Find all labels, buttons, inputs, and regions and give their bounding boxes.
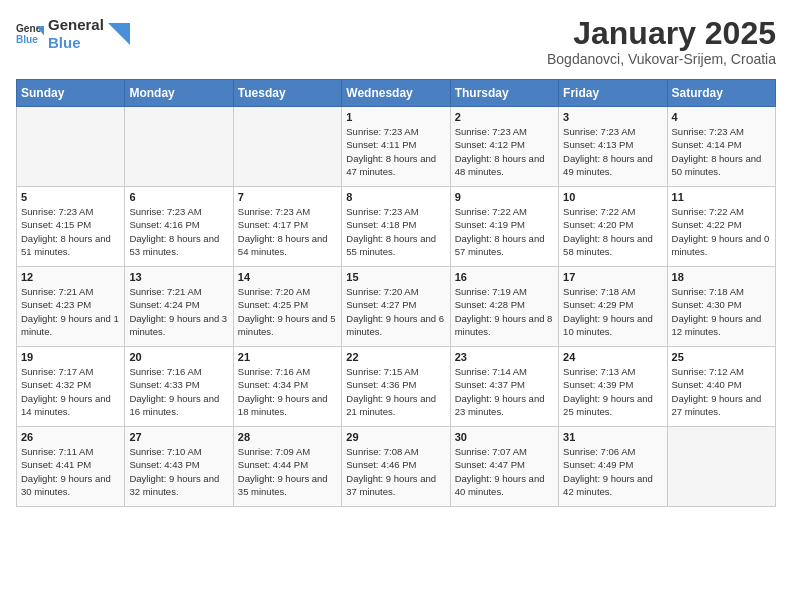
day-info: Sunrise: 7:07 AM Sunset: 4:47 PM Dayligh… (455, 445, 554, 498)
calendar-cell: 22Sunrise: 7:15 AM Sunset: 4:36 PM Dayli… (342, 347, 450, 427)
calendar-cell: 29Sunrise: 7:08 AM Sunset: 4:46 PM Dayli… (342, 427, 450, 507)
day-info: Sunrise: 7:23 AM Sunset: 4:13 PM Dayligh… (563, 125, 662, 178)
day-info: Sunrise: 7:18 AM Sunset: 4:29 PM Dayligh… (563, 285, 662, 338)
day-info: Sunrise: 7:23 AM Sunset: 4:16 PM Dayligh… (129, 205, 228, 258)
calendar-subtitle: Bogdanovci, Vukovar-Srijem, Croatia (547, 51, 776, 67)
day-info: Sunrise: 7:08 AM Sunset: 4:46 PM Dayligh… (346, 445, 445, 498)
day-number: 28 (238, 431, 337, 443)
day-info: Sunrise: 7:23 AM Sunset: 4:12 PM Dayligh… (455, 125, 554, 178)
weekday-header-tuesday: Tuesday (233, 80, 341, 107)
day-number: 27 (129, 431, 228, 443)
day-info: Sunrise: 7:20 AM Sunset: 4:25 PM Dayligh… (238, 285, 337, 338)
weekday-header-saturday: Saturday (667, 80, 775, 107)
day-info: Sunrise: 7:14 AM Sunset: 4:37 PM Dayligh… (455, 365, 554, 418)
day-number: 15 (346, 271, 445, 283)
weekday-header-thursday: Thursday (450, 80, 558, 107)
calendar-cell: 19Sunrise: 7:17 AM Sunset: 4:32 PM Dayli… (17, 347, 125, 427)
day-number: 1 (346, 111, 445, 123)
calendar-cell: 26Sunrise: 7:11 AM Sunset: 4:41 PM Dayli… (17, 427, 125, 507)
weekday-header-friday: Friday (559, 80, 667, 107)
day-number: 14 (238, 271, 337, 283)
logo-general: General (48, 16, 104, 34)
calendar-cell: 14Sunrise: 7:20 AM Sunset: 4:25 PM Dayli… (233, 267, 341, 347)
svg-marker-3 (108, 23, 130, 45)
day-number: 6 (129, 191, 228, 203)
day-number: 23 (455, 351, 554, 363)
calendar-week-5: 26Sunrise: 7:11 AM Sunset: 4:41 PM Dayli… (17, 427, 776, 507)
weekday-header-monday: Monday (125, 80, 233, 107)
day-info: Sunrise: 7:16 AM Sunset: 4:33 PM Dayligh… (129, 365, 228, 418)
calendar-cell: 21Sunrise: 7:16 AM Sunset: 4:34 PM Dayli… (233, 347, 341, 427)
day-number: 17 (563, 271, 662, 283)
calendar-header: SundayMondayTuesdayWednesdayThursdayFrid… (17, 80, 776, 107)
calendar-cell: 27Sunrise: 7:10 AM Sunset: 4:43 PM Dayli… (125, 427, 233, 507)
calendar-cell (233, 107, 341, 187)
day-info: Sunrise: 7:06 AM Sunset: 4:49 PM Dayligh… (563, 445, 662, 498)
calendar-cell: 2Sunrise: 7:23 AM Sunset: 4:12 PM Daylig… (450, 107, 558, 187)
calendar-week-4: 19Sunrise: 7:17 AM Sunset: 4:32 PM Dayli… (17, 347, 776, 427)
calendar-cell: 18Sunrise: 7:18 AM Sunset: 4:30 PM Dayli… (667, 267, 775, 347)
calendar-cell: 13Sunrise: 7:21 AM Sunset: 4:24 PM Dayli… (125, 267, 233, 347)
logo-blue: Blue (48, 34, 104, 52)
day-info: Sunrise: 7:22 AM Sunset: 4:19 PM Dayligh… (455, 205, 554, 258)
calendar-week-1: 1Sunrise: 7:23 AM Sunset: 4:11 PM Daylig… (17, 107, 776, 187)
calendar-cell: 11Sunrise: 7:22 AM Sunset: 4:22 PM Dayli… (667, 187, 775, 267)
weekday-header-sunday: Sunday (17, 80, 125, 107)
day-number: 24 (563, 351, 662, 363)
day-info: Sunrise: 7:21 AM Sunset: 4:23 PM Dayligh… (21, 285, 120, 338)
day-number: 18 (672, 271, 771, 283)
day-info: Sunrise: 7:12 AM Sunset: 4:40 PM Dayligh… (672, 365, 771, 418)
day-info: Sunrise: 7:13 AM Sunset: 4:39 PM Dayligh… (563, 365, 662, 418)
day-number: 21 (238, 351, 337, 363)
day-info: Sunrise: 7:19 AM Sunset: 4:28 PM Dayligh… (455, 285, 554, 338)
day-number: 22 (346, 351, 445, 363)
calendar-body: 1Sunrise: 7:23 AM Sunset: 4:11 PM Daylig… (17, 107, 776, 507)
calendar-cell: 3Sunrise: 7:23 AM Sunset: 4:13 PM Daylig… (559, 107, 667, 187)
day-info: Sunrise: 7:15 AM Sunset: 4:36 PM Dayligh… (346, 365, 445, 418)
weekday-row: SundayMondayTuesdayWednesdayThursdayFrid… (17, 80, 776, 107)
day-number: 10 (563, 191, 662, 203)
calendar-cell (125, 107, 233, 187)
day-info: Sunrise: 7:22 AM Sunset: 4:22 PM Dayligh… (672, 205, 771, 258)
calendar-cell (17, 107, 125, 187)
calendar-cell: 6Sunrise: 7:23 AM Sunset: 4:16 PM Daylig… (125, 187, 233, 267)
calendar-cell: 9Sunrise: 7:22 AM Sunset: 4:19 PM Daylig… (450, 187, 558, 267)
calendar-cell: 16Sunrise: 7:19 AM Sunset: 4:28 PM Dayli… (450, 267, 558, 347)
calendar-cell: 1Sunrise: 7:23 AM Sunset: 4:11 PM Daylig… (342, 107, 450, 187)
calendar-cell: 15Sunrise: 7:20 AM Sunset: 4:27 PM Dayli… (342, 267, 450, 347)
calendar-cell: 24Sunrise: 7:13 AM Sunset: 4:39 PM Dayli… (559, 347, 667, 427)
day-number: 13 (129, 271, 228, 283)
title-block: January 2025 Bogdanovci, Vukovar-Srijem,… (547, 16, 776, 67)
day-info: Sunrise: 7:10 AM Sunset: 4:43 PM Dayligh… (129, 445, 228, 498)
day-info: Sunrise: 7:23 AM Sunset: 4:14 PM Dayligh… (672, 125, 771, 178)
day-number: 19 (21, 351, 120, 363)
day-number: 2 (455, 111, 554, 123)
day-number: 4 (672, 111, 771, 123)
day-info: Sunrise: 7:18 AM Sunset: 4:30 PM Dayligh… (672, 285, 771, 338)
logo-arrow-icon (108, 23, 130, 45)
day-number: 31 (563, 431, 662, 443)
day-number: 8 (346, 191, 445, 203)
calendar-week-2: 5Sunrise: 7:23 AM Sunset: 4:15 PM Daylig… (17, 187, 776, 267)
day-info: Sunrise: 7:09 AM Sunset: 4:44 PM Dayligh… (238, 445, 337, 498)
calendar-cell: 23Sunrise: 7:14 AM Sunset: 4:37 PM Dayli… (450, 347, 558, 427)
day-number: 30 (455, 431, 554, 443)
day-number: 9 (455, 191, 554, 203)
day-info: Sunrise: 7:20 AM Sunset: 4:27 PM Dayligh… (346, 285, 445, 338)
day-number: 29 (346, 431, 445, 443)
day-info: Sunrise: 7:23 AM Sunset: 4:15 PM Dayligh… (21, 205, 120, 258)
calendar-cell: 5Sunrise: 7:23 AM Sunset: 4:15 PM Daylig… (17, 187, 125, 267)
calendar-cell: 25Sunrise: 7:12 AM Sunset: 4:40 PM Dayli… (667, 347, 775, 427)
calendar-cell: 8Sunrise: 7:23 AM Sunset: 4:18 PM Daylig… (342, 187, 450, 267)
calendar-cell: 30Sunrise: 7:07 AM Sunset: 4:47 PM Dayli… (450, 427, 558, 507)
day-number: 11 (672, 191, 771, 203)
calendar-cell: 17Sunrise: 7:18 AM Sunset: 4:29 PM Dayli… (559, 267, 667, 347)
calendar-cell: 20Sunrise: 7:16 AM Sunset: 4:33 PM Dayli… (125, 347, 233, 427)
day-info: Sunrise: 7:23 AM Sunset: 4:18 PM Dayligh… (346, 205, 445, 258)
day-number: 3 (563, 111, 662, 123)
day-info: Sunrise: 7:16 AM Sunset: 4:34 PM Dayligh… (238, 365, 337, 418)
day-info: Sunrise: 7:23 AM Sunset: 4:17 PM Dayligh… (238, 205, 337, 258)
calendar-cell: 28Sunrise: 7:09 AM Sunset: 4:44 PM Dayli… (233, 427, 341, 507)
calendar-cell: 31Sunrise: 7:06 AM Sunset: 4:49 PM Dayli… (559, 427, 667, 507)
logo-icon: General Blue (16, 20, 44, 48)
